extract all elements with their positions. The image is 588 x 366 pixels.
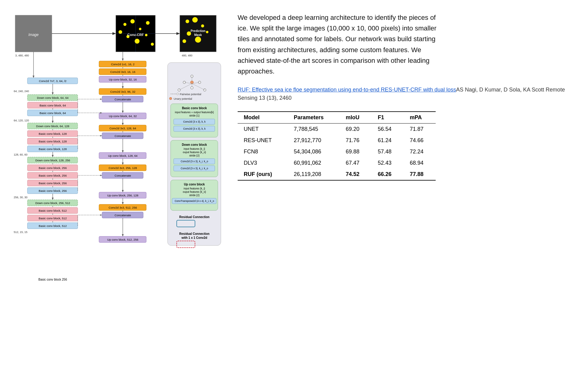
svg-text:Image: Image — [28, 33, 39, 37]
svg-point-157 — [177, 93, 179, 95]
svg-text:Conv2d 1x1, 16, 2: Conv2d 1x1, 16, 2 — [111, 63, 134, 66]
svg-point-11 — [135, 39, 140, 44]
svg-text:Conv2d (3 x 3),  k,  k: Conv2d (3 x 3), k, k — [183, 120, 206, 123]
svg-text:Up conv block, 64, 32: Up conv block, 64, 32 — [109, 114, 136, 118]
svg-text:stride {2}: stride {2} — [189, 194, 200, 197]
svg-point-159 — [169, 97, 172, 100]
svg-text:Basic conv block, 256: Basic conv block, 256 — [39, 189, 67, 192]
svg-text:Residual Connection: Residual Connection — [179, 215, 209, 219]
results-table: Model Parameters mIoU F1 mPA UNET7,788,5… — [238, 111, 436, 181]
citation-block: RUF: Effective sea ice floe segmentation… — [238, 86, 570, 102]
svg-text:Unary potential: Unary potential — [174, 97, 192, 100]
svg-text:Basic conv block, 128: Basic conv block, 128 — [39, 140, 67, 143]
table-row: FCN854,304,08669.8857.4872.24 — [238, 146, 436, 157]
svg-text:Basic conv block, 256: Basic conv block, 256 — [39, 174, 67, 177]
svg-text:Concatenate: Concatenate — [115, 174, 131, 177]
svg-point-14 — [151, 43, 154, 46]
svg-text:Up conv block: Up conv block — [184, 183, 205, 186]
col-header-f1: F1 — [372, 112, 404, 124]
svg-text:Conv2d (3 x 3),  k,  k: Conv2d (3 x 3), k, k — [183, 127, 206, 130]
svg-text:Up conv block, 512, 256: Up conv block, 512, 256 — [107, 238, 138, 241]
svg-point-9 — [146, 21, 150, 25]
table-row: DLV360,991,06267.4752.4368.94 — [238, 157, 436, 169]
svg-text:Conv2d 3x3, 16, 16: Conv2d 3x3, 16, 16 — [110, 70, 135, 74]
col-header-mpa: mPA — [404, 112, 436, 124]
architecture-diagram: Image 3, 480, 480 Conv-CRF Prediction Ma… — [6, 6, 225, 360]
col-header-model: Model — [238, 112, 288, 124]
svg-text:Basic conv block: Basic conv block — [182, 106, 207, 110]
svg-point-13 — [119, 30, 122, 34]
table-row: RES-UNET27,912,77071.7661.2474.66 — [238, 135, 436, 146]
svg-text:Conv2d 3x3, 96, 32: Conv2d 3x3, 96, 32 — [110, 90, 135, 93]
svg-point-20 — [192, 17, 198, 23]
svg-text:Up conv block, 256, 128: Up conv block, 256, 128 — [107, 194, 138, 197]
svg-text:Conv2d (3 x 3), k_i, k_o: Conv2d (3 x 3), k_i, k_o — [181, 160, 208, 163]
svg-point-12 — [145, 34, 147, 36]
svg-text:64, 240, 240: 64, 240, 240 — [14, 90, 29, 93]
svg-text:input features {k_i}: input features {k_i} — [184, 187, 205, 190]
svg-text:512, 15, 15: 512, 15, 15 — [14, 231, 27, 234]
svg-point-24 — [206, 31, 208, 33]
svg-text:stride {1}: stride {1} — [189, 114, 200, 117]
svg-text:Basic conv block, 64: Basic conv block, 64 — [40, 104, 66, 107]
svg-text:Down conv block, 128, 256: Down conv block, 128, 256 — [35, 159, 70, 162]
col-header-params: Parameters — [288, 112, 340, 124]
svg-point-7 — [130, 19, 135, 23]
svg-text:ouput features {k_o}: ouput features {k_o} — [183, 151, 206, 154]
table-row: RUF (ours)26,119,20874.5266.2677.88 — [238, 169, 436, 180]
network-svg: Image 3, 480, 480 Conv-CRF Prediction Ma… — [12, 12, 222, 342]
svg-point-8 — [139, 28, 141, 30]
svg-text:Prediction: Prediction — [191, 29, 206, 33]
svg-text:3, 480, 480: 3, 480, 480 — [15, 54, 29, 57]
svg-text:Concatenate: Concatenate — [115, 134, 131, 138]
description-text: We developed a deep learning architectur… — [238, 12, 445, 77]
svg-text:64, 120, 120: 64, 120, 120 — [14, 119, 29, 122]
svg-text:stride {2}: stride {2} — [189, 154, 200, 157]
citation-link[interactable]: RUF: Effective sea ice floe segmentation… — [238, 87, 456, 93]
svg-point-147 — [191, 87, 193, 89]
svg-text:ouput features {k_o}: ouput features {k_o} — [183, 190, 206, 193]
right-panel: We developed a deep learning architectur… — [225, 6, 582, 360]
svg-text:Down conv block: Down conv block — [182, 143, 207, 146]
svg-text:Conv-CRF: Conv-CRF — [127, 33, 144, 37]
svg-text:Conv2d 7x7, 3, 64, /2: Conv2d 7x7, 3, 64, /2 — [39, 79, 66, 83]
svg-text:Pairwise potential: Pairwise potential — [180, 93, 201, 96]
svg-text:ConvTranspose2d (4 x 4),  k_i,: ConvTranspose2d (4 x 4), k_i, k_o — [175, 199, 214, 203]
table-row: UNET7,788,54569.2056.5471.87 — [238, 124, 436, 135]
svg-text:Basic conv block, 512: Basic conv block, 512 — [39, 209, 67, 212]
svg-point-25 — [182, 39, 186, 43]
svg-text:input features = output featur: input features = output features{k} — [175, 111, 214, 114]
svg-text:Mask: Mask — [194, 33, 202, 37]
svg-text:Basic conv block, 128: Basic conv block, 128 — [39, 147, 67, 151]
svg-text:Residual Connection: Residual Connection — [179, 232, 209, 235]
svg-point-23 — [195, 37, 201, 43]
svg-text:Basic conv block, 256: Basic conv block, 256 — [39, 166, 67, 170]
svg-text:Basic conv block, 512: Basic conv block, 512 — [39, 217, 67, 220]
svg-text:Basic conv block 256: Basic conv block 256 — [38, 278, 67, 281]
svg-text:Concatenate: Concatenate — [115, 214, 131, 217]
svg-text:Up conv block, 128, 64: Up conv block, 128, 64 — [108, 154, 138, 157]
col-header-miou: mIoU — [340, 112, 372, 124]
svg-text:Basic conv block, 256: Basic conv block, 256 — [39, 181, 67, 185]
svg-point-6 — [123, 23, 126, 26]
svg-text:Up conv block, 32, 16: Up conv block, 32, 16 — [109, 78, 136, 81]
svg-text:Down conv block, 256, 512: Down conv block, 256, 512 — [35, 201, 70, 205]
svg-text:Conv2d 3x3, 512, 256: Conv2d 3x3, 512, 256 — [109, 206, 137, 209]
svg-point-19 — [186, 20, 189, 23]
svg-text:Concatenate: Concatenate — [115, 98, 131, 101]
svg-text:128, 60, 60: 128, 60, 60 — [14, 153, 27, 156]
svg-text:with 1 x 1 Conv2d: with 1 x 1 Conv2d — [181, 236, 207, 239]
svg-text:Basic conv block, 64: Basic conv block, 64 — [40, 111, 66, 115]
svg-text:Basic conv block, 128: Basic conv block, 128 — [39, 132, 67, 135]
svg-text:Conv2d (3 x 3), k_i, k_o: Conv2d (3 x 3), k_i, k_o — [181, 167, 208, 170]
svg-text:input features {k_i}: input features {k_i} — [184, 147, 205, 150]
svg-text:Conv2d 3x3, 256, 128: Conv2d 3x3, 256, 128 — [109, 166, 137, 170]
svg-text:480, 480: 480, 480 — [182, 54, 192, 57]
svg-text:Down conv block, 64, 128: Down conv block, 64, 128 — [36, 124, 69, 128]
svg-text:Basic conv block, 512: Basic conv block, 512 — [39, 224, 67, 228]
svg-text:256, 30, 30: 256, 30, 30 — [14, 196, 27, 199]
svg-text:Conv2d 3x3, 128, 64: Conv2d 3x3, 128, 64 — [109, 127, 136, 130]
svg-text:Down conv block, 64, 64: Down conv block, 64, 64 — [37, 96, 69, 99]
svg-point-21 — [201, 24, 204, 27]
